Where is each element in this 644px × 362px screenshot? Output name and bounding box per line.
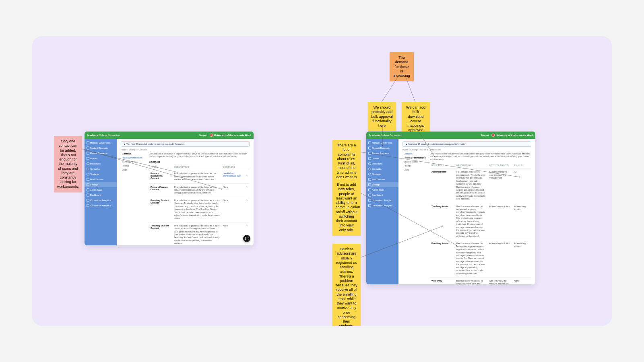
subnav-item[interactable]: · Roles & Permissions: [121, 156, 145, 159]
sidebar-item[interactable]: Students: [366, 172, 398, 177]
sidebar-item[interactable]: Settings: [366, 182, 398, 187]
sidebar-item[interactable]: Consortium Analytics: [85, 198, 117, 203]
sidebar: Manage EnrollmentsStudent RequestsReview…: [85, 139, 117, 245]
topbar: Acadeum College Consortium Support Unive…: [85, 132, 254, 139]
brand-b: College Consortium: [381, 134, 402, 136]
sidebar-item[interactable]: Review Requests: [85, 151, 117, 156]
sidebar-item[interactable]: Student Requests: [366, 146, 398, 150]
sidebar-item[interactable]: Admin Tools: [85, 187, 117, 192]
mock-contacts: Acadeum College Consortium Support Unive…: [85, 132, 254, 245]
sidebar-item[interactable]: Institutions: [85, 161, 117, 166]
note-contacts-limit[interactable]: Only one contact can be added. That's no…: [54, 136, 82, 192]
table-row: View OnlyBest for users who need to view…: [430, 277, 532, 284]
sidebar-item[interactable]: Institutions: [366, 161, 398, 166]
sidebar-item[interactable]: Admin Tools: [366, 187, 398, 192]
avatar-icon[interactable]: [491, 134, 495, 137]
subnav-item[interactable]: · Legal: [402, 169, 426, 171]
table-row: Teaching AdminBest for users who need to…: [430, 203, 532, 240]
alert-banner[interactable]: ▲ You have 15 enrolled students running …: [121, 141, 250, 147]
mock-roles: Acadeum College Consortium Support Unive…: [366, 132, 535, 284]
breadcrumb: Home › Settings › Roles & Permissions: [402, 148, 531, 151]
brand-b: College Consortium: [99, 134, 120, 136]
sidebar-item[interactable]: Consortium Analytics: [366, 198, 398, 203]
sidebar-item[interactable]: Consortium Analytics Teaching: [366, 203, 398, 208]
subnav-item[interactable]: · Contacts: [121, 152, 145, 155]
subnav-item[interactable]: · Contacts: [402, 152, 426, 155]
brand-a: Acadeum: [369, 134, 380, 136]
sidebar-item[interactable]: Consortia: [366, 167, 398, 171]
subnav-item[interactable]: · Legal: [121, 169, 145, 171]
note-communication[interactable]: If not to add new roles, people at least…: [332, 179, 361, 236]
sidebar-item[interactable]: Consortia: [85, 167, 117, 171]
contacts-intro: Contacts are a person or a department th…: [149, 152, 250, 158]
canvas-card: Only one contact can be added. That's no…: [32, 36, 612, 326]
note-demand[interactable]: The demand for these is increasing: [390, 52, 414, 81]
support-link[interactable]: Support: [481, 134, 489, 136]
table-row: Enrolling Student ContactThis individual…: [149, 197, 250, 222]
sidebar-item[interactable]: Manage Enrollments: [85, 140, 117, 145]
contacts-title: Contacts: [149, 160, 250, 163]
chat-bubble-icon[interactable]: [243, 235, 250, 242]
roles-table: USER ROLE DESCRIPTION ACTIVITY RIGHTS EM…: [430, 163, 532, 284]
sidebar-item[interactable]: Manage Enrollments: [366, 140, 398, 145]
sidebar-item[interactable]: Dashboard: [366, 193, 398, 197]
sidebar-item[interactable]: Review Requests: [366, 151, 398, 156]
note-bulk-approval[interactable]: We should probably add bulk approval fun…: [368, 102, 396, 131]
sidebar-item[interactable]: Find Courses: [85, 177, 117, 182]
edit-icon[interactable]: ✎: [246, 186, 248, 188]
sidebar-item[interactable]: Student Requests: [85, 146, 117, 150]
table-row: Enrolling AdminBest for users who need t…: [430, 240, 532, 278]
breadcrumb: Home › Settings › Contacts: [121, 148, 250, 151]
edit-icon[interactable]: ✎: [246, 175, 248, 177]
table-row: AdministratorFull account access and man…: [430, 169, 532, 203]
contacts-table: TITLE DESCRIPTION CONTACTS Primary Insti…: [149, 165, 250, 245]
table-row: Teaching Student ContactThis individual …: [149, 222, 250, 245]
subnav-item[interactable]: · Roles & Permissions: [402, 156, 426, 159]
table-row: Primary Institutional ContactThis indivi…: [149, 170, 250, 183]
edit-icon[interactable]: ✎: [246, 199, 248, 202]
subnav-item[interactable]: · Pricing: [121, 165, 145, 167]
settings-subnav: · Contacts· Roles & Permissions· Student…: [121, 152, 145, 243]
user-label: University of the Incarnate Word: [496, 134, 533, 136]
sidebar-item[interactable]: Dashboard: [85, 193, 117, 197]
subnav-item[interactable]: · Student Portal: [402, 160, 426, 163]
topbar: Acadeum College Consortium Support Unive…: [366, 132, 535, 139]
subnav-item[interactable]: · Student Portal: [121, 160, 145, 163]
sidebar: Manage EnrollmentsStudent RequestsReview…: [366, 139, 398, 284]
sidebar-item[interactable]: Settings: [85, 182, 117, 187]
alert-banner[interactable]: ▲ You have 15 enrolled students running …: [402, 141, 531, 147]
avatar-icon[interactable]: [210, 134, 213, 137]
settings-subnav: · Contacts· Roles & Permissions· Student…: [402, 152, 426, 282]
note-advisors[interactable]: Student advisors are usually registered …: [332, 244, 361, 326]
sidebar-item[interactable]: Consortium Analytics Teaching: [85, 203, 117, 208]
support-link[interactable]: Support: [199, 134, 207, 136]
sidebar-item[interactable]: Grades: [85, 156, 117, 161]
edit-icon[interactable]: ✎: [246, 224, 248, 227]
subnav-item[interactable]: · Pricing: [402, 165, 426, 167]
sidebar-item[interactable]: Students: [85, 172, 117, 177]
roles-intro: User Roles define the permissions and ac…: [430, 152, 532, 161]
sidebar-item[interactable]: Grades: [366, 156, 398, 161]
table-row: Primary Finance ContactThis individual o…: [149, 183, 250, 197]
sidebar-item[interactable]: Find Courses: [366, 177, 398, 182]
brand-a: Acadeum: [87, 134, 98, 136]
user-label: University of the Incarnate Word: [214, 134, 251, 136]
